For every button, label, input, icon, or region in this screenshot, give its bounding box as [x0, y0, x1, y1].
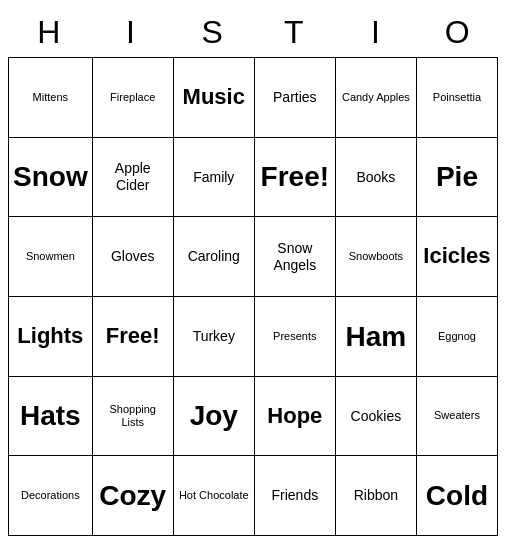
grid-cell: Cookies	[336, 377, 417, 457]
header-letter: I	[90, 10, 172, 55]
grid-cell: Apple Cider	[93, 138, 174, 218]
grid-cell: Parties	[255, 58, 336, 138]
grid-cell: Icicles	[417, 217, 498, 297]
grid-cell: Friends	[255, 456, 336, 536]
grid-cell: Hot Chocolate	[174, 456, 255, 536]
grid-cell: Snow	[9, 138, 93, 218]
grid-cell: Hats	[9, 377, 93, 457]
header-letter: S	[171, 10, 253, 55]
grid-cell: Candy Apples	[336, 58, 417, 138]
grid-cell: Ribbon	[336, 456, 417, 536]
grid-cell: Decorations	[9, 456, 93, 536]
bingo-header: HISTIO	[8, 10, 498, 55]
grid-cell: Snowboots	[336, 217, 417, 297]
grid-cell: Cozy	[93, 456, 174, 536]
grid-cell: Caroling	[174, 217, 255, 297]
grid-cell: Sweaters	[417, 377, 498, 457]
grid-cell: Hope	[255, 377, 336, 457]
grid-cell: Turkey	[174, 297, 255, 377]
header-letter: I	[335, 10, 417, 55]
grid-cell: Mittens	[9, 58, 93, 138]
grid-cell: Free!	[93, 297, 174, 377]
grid-cell: Snow Angels	[255, 217, 336, 297]
header-letter: T	[253, 10, 335, 55]
grid-cell: Books	[336, 138, 417, 218]
grid-cell: Music	[174, 58, 255, 138]
grid-cell: Presents	[255, 297, 336, 377]
grid-cell: Shopping Lists	[93, 377, 174, 457]
grid-cell: Lights	[9, 297, 93, 377]
grid-cell: Ham	[336, 297, 417, 377]
grid-cell: Free!	[255, 138, 336, 218]
grid-cell: Poinsettia	[417, 58, 498, 138]
header-letter: O	[416, 10, 498, 55]
grid-cell: Cold	[417, 456, 498, 536]
grid-cell: Eggnog	[417, 297, 498, 377]
grid-cell: Snowmen	[9, 217, 93, 297]
header-letter: H	[8, 10, 90, 55]
grid-cell: Pie	[417, 138, 498, 218]
grid-cell: Joy	[174, 377, 255, 457]
bingo-grid: MittensFireplaceMusicPartiesCandy Apples…	[8, 57, 498, 536]
grid-cell: Gloves	[93, 217, 174, 297]
grid-cell: Family	[174, 138, 255, 218]
grid-cell: Fireplace	[93, 58, 174, 138]
